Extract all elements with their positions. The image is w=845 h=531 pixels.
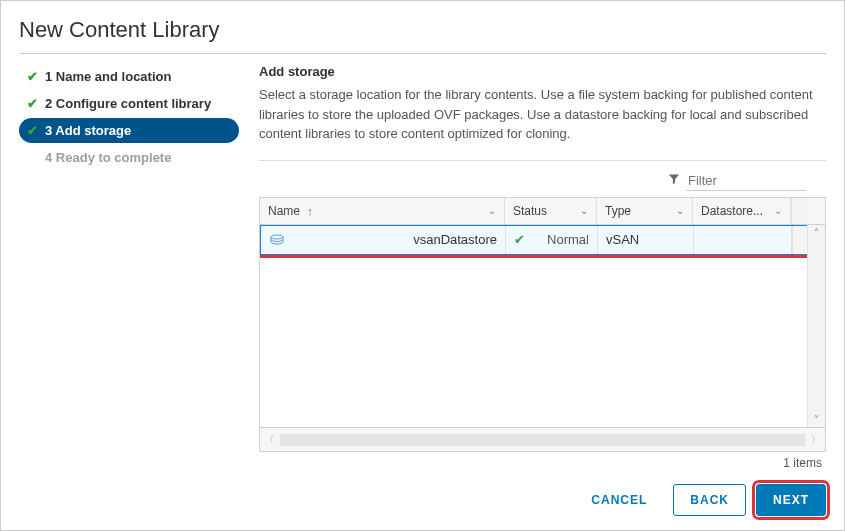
scroll-down-icon[interactable]: ˅ xyxy=(808,412,825,427)
page-title: New Content Library xyxy=(19,13,826,54)
cell-status: ✔ Normal xyxy=(506,226,598,254)
column-header-status[interactable]: Status ⌄ xyxy=(505,198,597,224)
sort-asc-icon: ↑ xyxy=(307,205,313,217)
step-label: 1 Name and location xyxy=(45,69,171,84)
column-label: Status xyxy=(513,204,547,218)
wizard-main: Add storage Select a storage location fo… xyxy=(239,64,826,516)
vertical-scrollbar[interactable]: ˄ ˅ xyxy=(807,225,825,428)
scroll-right-icon[interactable]: 〉 xyxy=(807,433,825,447)
filter-row xyxy=(259,171,826,191)
check-icon: ✔ xyxy=(27,69,39,84)
items-count: 1 items xyxy=(259,452,826,470)
filter-icon[interactable] xyxy=(668,173,680,188)
horizontal-scrollbar[interactable]: 〈 〉 xyxy=(260,433,825,447)
column-header-datastore-cluster[interactable]: Datastore... ⌄ xyxy=(693,198,791,224)
column-label: Name xyxy=(268,204,300,218)
step-label: 3 Add storage xyxy=(45,123,131,138)
cell-type: vSAN xyxy=(598,226,694,254)
step-label: 4 Ready to complete xyxy=(45,150,171,165)
grid-body: vsanDatastore ✔ Normal vSAN xyxy=(260,225,825,428)
step-label: 2 Configure content library xyxy=(45,96,211,111)
datastore-grid: Name ↑ ⌄ Status ⌄ Type ⌄ Datastore. xyxy=(259,197,826,453)
column-header-name[interactable]: Name ↑ ⌄ xyxy=(260,198,505,224)
cell-cluster xyxy=(694,226,792,254)
column-header-type[interactable]: Type ⌄ xyxy=(597,198,693,224)
cell-text: vSAN xyxy=(606,232,639,247)
chevron-down-icon[interactable]: ⌄ xyxy=(488,205,496,216)
grid-footer: 〈 〉 xyxy=(260,427,825,451)
section-description: Select a storage location for the librar… xyxy=(259,85,826,144)
check-icon: ✔ xyxy=(27,123,39,138)
check-icon: ✔ xyxy=(27,96,39,111)
chevron-down-icon[interactable]: ⌄ xyxy=(580,205,588,216)
step-name-and-location[interactable]: ✔ 1 Name and location xyxy=(19,64,239,89)
filter-input[interactable] xyxy=(686,171,806,191)
back-button[interactable]: BACK xyxy=(673,484,746,516)
grid-header: Name ↑ ⌄ Status ⌄ Type ⌄ Datastore. xyxy=(260,198,825,225)
cell-text: Normal xyxy=(547,232,589,247)
cell-text: vsanDatastore xyxy=(413,232,497,247)
wizard-body: ✔ 1 Name and location ✔ 2 Configure cont… xyxy=(19,64,826,516)
wizard-sidebar: ✔ 1 Name and location ✔ 2 Configure cont… xyxy=(19,64,239,516)
wizard-window: New Content Library ✔ 1 Name and locatio… xyxy=(0,0,845,531)
step-configure-content-library[interactable]: ✔ 2 Configure content library xyxy=(19,91,239,116)
next-button[interactable]: NEXT xyxy=(756,484,826,516)
cell-name: vsanDatastore xyxy=(261,226,506,254)
divider xyxy=(259,160,826,161)
scroll-left-icon[interactable]: 〈 xyxy=(260,433,278,447)
status-ok-icon: ✔ xyxy=(514,232,525,247)
svg-point-0 xyxy=(271,235,283,239)
datastore-icon xyxy=(269,234,285,246)
wizard-footer: CANCEL BACK NEXT xyxy=(259,470,826,516)
scroll-up-icon[interactable]: ˄ xyxy=(808,225,825,240)
section-heading: Add storage xyxy=(259,64,826,79)
chevron-down-icon[interactable]: ⌄ xyxy=(676,205,684,216)
scroll-gutter xyxy=(791,198,809,224)
step-ready-to-complete: ✔ 4 Ready to complete xyxy=(19,145,239,170)
table-row[interactable]: vsanDatastore ✔ Normal vSAN xyxy=(260,225,825,255)
column-label: Datastore... xyxy=(701,204,763,218)
column-label: Type xyxy=(605,204,631,218)
cancel-button[interactable]: CANCEL xyxy=(575,485,663,515)
chevron-down-icon[interactable]: ⌄ xyxy=(774,205,782,216)
scroll-track[interactable] xyxy=(280,434,805,446)
step-add-storage[interactable]: ✔ 3 Add storage xyxy=(19,118,239,143)
